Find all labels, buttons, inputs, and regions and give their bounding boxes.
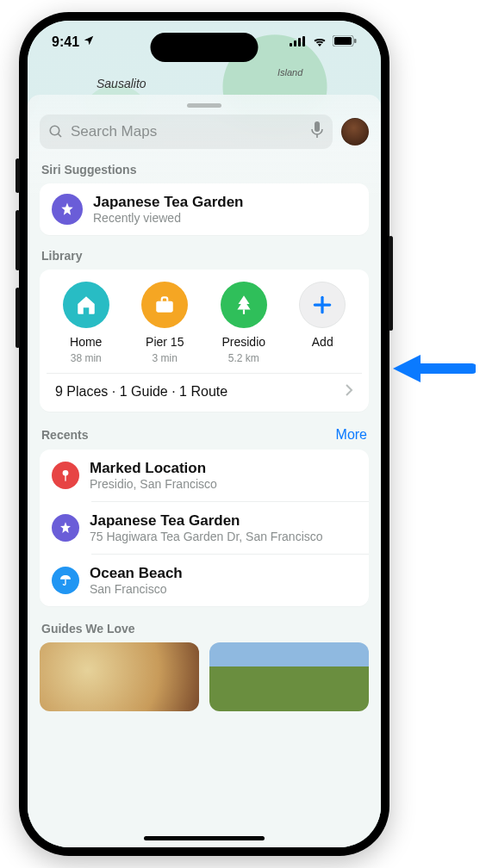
svg-line-8 — [58, 133, 61, 137]
svg-rect-5 — [334, 37, 352, 45]
library-add-button[interactable]: Add — [284, 282, 363, 364]
side-button-mute — [16, 158, 20, 193]
map-label-island: Island — [277, 67, 302, 78]
svg-rect-11 — [157, 301, 174, 313]
guide-tile[interactable] — [209, 642, 369, 711]
search-field[interactable] — [40, 115, 333, 149]
search-icon — [48, 124, 64, 140]
siri-suggestion-item[interactable]: Japanese Tea Garden Recently viewed — [40, 183, 369, 235]
svg-rect-0 — [290, 43, 292, 46]
section-siri-suggestions: Siri Suggestions — [41, 163, 367, 177]
library-item[interactable]: Pier 153 min — [126, 282, 205, 364]
phone-frame: Sausalito Island 9:41 — [19, 12, 389, 856]
status-time: 9:41 — [52, 34, 79, 50]
library-card: Home38 minPier 153 minPresidio5.2 kmAdd … — [40, 270, 369, 412]
svg-rect-9 — [315, 121, 320, 132]
location-icon — [83, 34, 95, 50]
recents-item-title: Japanese Tea Garden — [90, 512, 323, 530]
cellular-icon — [290, 34, 307, 50]
recents-item-sub: San Francisco — [90, 582, 183, 596]
svg-rect-16 — [65, 475, 65, 481]
house-icon — [63, 282, 109, 328]
side-button-vol-down — [16, 288, 20, 348]
pin-icon — [52, 462, 79, 489]
recents-item-sub: 75 Hagiwara Tea Garden Dr, San Francisco — [90, 530, 323, 543]
chevron-right-icon — [345, 384, 353, 400]
svg-rect-3 — [302, 36, 305, 46]
suggestion-sub: Recently viewed — [93, 211, 244, 225]
side-button-vol-up — [16, 210, 20, 270]
svg-point-15 — [63, 470, 69, 476]
recents-item-sub: Presidio, San Francisco — [90, 477, 217, 491]
svg-point-7 — [50, 126, 59, 135]
recents-item[interactable]: Japanese Tea Garden75 Hagiwara Tea Garde… — [40, 502, 369, 554]
mic-icon[interactable] — [310, 121, 324, 142]
suggestion-title: Japanese Tea Garden — [93, 194, 244, 211]
map-label-city: Sausalito — [97, 77, 146, 90]
callout-arrow-icon — [393, 351, 476, 386]
library-item-label: Add — [312, 335, 333, 349]
recents-item[interactable]: Marked LocationPresidio, San Francisco — [40, 450, 369, 501]
library-item-sub: 3 min — [153, 352, 178, 364]
library-summary-text: 9 Places · 1 Guide · 1 Route — [55, 384, 227, 400]
library-summary-row[interactable]: 9 Places · 1 Guide · 1 Route — [47, 374, 362, 412]
recents-item[interactable]: Ocean BeachSan Francisco — [40, 555, 369, 606]
side-button-power — [389, 236, 393, 331]
section-recents: Recents — [41, 428, 88, 442]
recents-item-title: Ocean Beach — [90, 565, 183, 582]
library-item-label: Presidio — [221, 335, 265, 349]
library-item[interactable]: Home38 min — [47, 282, 126, 364]
svg-marker-18 — [393, 355, 421, 382]
plus-icon — [299, 282, 346, 328]
tree-icon — [221, 282, 267, 328]
search-input[interactable] — [71, 123, 303, 140]
section-guides: Guides We Love — [41, 622, 367, 636]
recents-item-title: Marked Location — [90, 460, 217, 477]
library-item-label: Pier 15 — [146, 335, 184, 349]
star-icon — [52, 194, 83, 225]
search-sheet: Siri Suggestions Japanese Tea Garden Rec… — [28, 95, 381, 847]
recents-list: Marked LocationPresidio, San FranciscoJa… — [40, 450, 369, 606]
guide-tile[interactable] — [40, 642, 199, 711]
library-item[interactable]: Presidio5.2 km — [204, 282, 284, 364]
screen: Sausalito Island 9:41 — [28, 21, 381, 847]
profile-avatar[interactable] — [341, 118, 369, 146]
dynamic-island — [151, 33, 259, 62]
brief-icon — [141, 282, 188, 328]
star-icon — [52, 514, 79, 542]
umbrella-icon — [52, 567, 79, 594]
svg-rect-6 — [354, 39, 357, 43]
section-library: Library — [41, 249, 367, 263]
home-indicator[interactable] — [144, 836, 265, 840]
svg-rect-2 — [298, 38, 301, 46]
battery-icon — [333, 34, 357, 50]
library-item-label: Home — [70, 335, 102, 349]
library-item-sub: 5.2 km — [228, 352, 259, 364]
svg-rect-1 — [294, 40, 296, 46]
recents-more-link[interactable]: More — [336, 427, 367, 443]
svg-rect-12 — [243, 309, 245, 313]
sheet-grabber[interactable] — [187, 103, 221, 108]
wifi-icon — [312, 34, 327, 50]
library-item-sub: 38 min — [71, 352, 102, 364]
